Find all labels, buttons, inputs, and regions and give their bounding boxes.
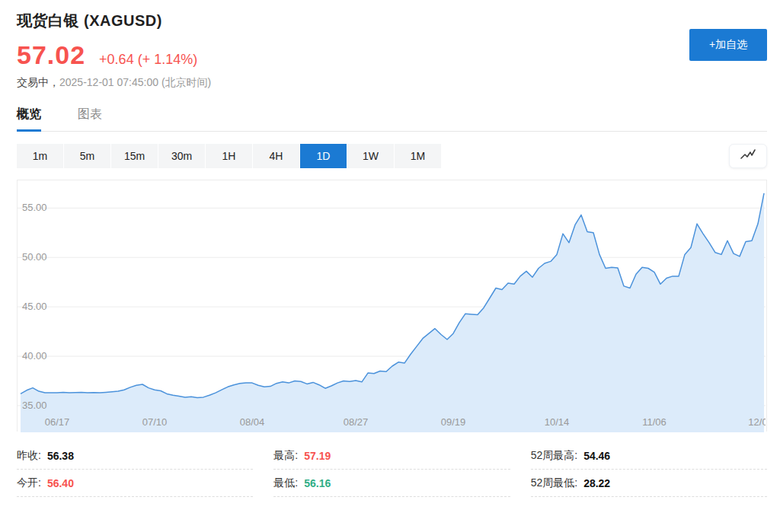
svg-text:06/17: 06/17 [45,416,70,428]
stats-column-3: 52周最高: 54.46 52周最低: 28.22 [531,442,767,497]
interval-15m[interactable]: 15m [111,144,158,168]
interval-1w[interactable]: 1W [347,144,394,168]
svg-text:09/19: 09/19 [441,416,466,428]
price-row: 57.02 +0.64 (+ 1.14%) [17,40,767,70]
stats-column-2: 最高: 57.19 最低: 56.16 [273,442,510,497]
interval-1d[interactable]: 1D [300,144,347,168]
trading-status: 交易中， [17,76,59,88]
price-change: +0.64 (+ 1.14%) [99,52,197,68]
quote-page: 现货白银 (XAGUSD) +加自选 57.02 +0.64 (+ 1.14%)… [0,0,780,497]
svg-text:10/14: 10/14 [545,416,570,428]
stat-label: 最高: [273,449,298,463]
svg-text:40.00: 40.00 [22,350,47,362]
stat-value: 28.22 [583,477,610,489]
svg-text:12/0: 12/0 [748,416,766,428]
tab-overview[interactable]: 概览 [17,107,41,131]
interval-30m[interactable]: 30m [158,144,205,168]
stat-value: 57.19 [304,450,331,462]
page-title: 现货白银 (XAGUSD) [17,11,767,31]
svg-text:07/10: 07/10 [142,416,168,428]
status-row: 交易中，2025-12-01 07:45:00 (北京时间) [17,76,767,90]
stat-value: 56.38 [47,450,74,462]
stats-section: 昨收: 56.38 今开: 56.40 最高: 57.19 最低: 56.16 … [17,442,767,497]
stat-label: 今开: [17,476,41,490]
stat-label: 52周最低: [531,476,577,490]
svg-text:45.00: 45.00 [22,301,47,312]
svg-text:35.00: 35.00 [22,400,47,411]
tab-bar: 概览 图表 [17,107,767,132]
stat-label: 最低: [273,476,298,490]
stats-column-1: 昨收: 56.38 今开: 56.40 [17,442,253,497]
interval-1m-month[interactable]: 1M [395,144,441,168]
stat-label: 昨收: [17,449,41,463]
interval-4h[interactable]: 4H [253,144,299,168]
interval-1h[interactable]: 1H [206,144,252,168]
current-price: 57.02 [17,40,85,70]
stat-label: 52周最高: [531,449,577,463]
add-watchlist-button[interactable]: +加自选 [689,29,767,61]
quote-timestamp: 2025-12-01 07:45:00 (北京时间) [59,76,211,88]
stat-open: 今开: 56.40 [17,470,253,497]
stat-value: 56.16 [304,477,331,489]
svg-text:08/04: 08/04 [240,416,265,428]
interval-toolbar: 1m 5m 15m 30m 1H 4H 1D 1W 1M [17,144,767,168]
svg-text:55.00: 55.00 [22,202,47,213]
stat-value: 56.40 [47,477,74,489]
price-chart-svg: 35.0040.0045.0050.0055.0006/1707/1008/04… [18,180,766,432]
line-chart-icon [739,148,757,164]
stat-52w-high: 52周最高: 54.46 [531,442,767,470]
price-chart[interactable]: 35.0040.0045.0050.0055.0006/1707/1008/04… [17,180,767,432]
stat-high: 最高: 57.19 [273,442,510,470]
svg-text:08/27: 08/27 [344,416,369,428]
interval-1m[interactable]: 1m [17,144,63,168]
svg-text:11/06: 11/06 [642,416,667,428]
stat-52w-low: 52周最低: 28.22 [531,470,767,497]
interval-5m[interactable]: 5m [64,144,110,168]
interval-button-group: 1m 5m 15m 30m 1H 4H 1D 1W 1M [17,144,441,168]
stat-prev-close: 昨收: 56.38 [17,442,253,470]
stat-value: 54.46 [583,450,610,462]
chart-type-button[interactable] [729,144,767,168]
tab-chart[interactable]: 图表 [78,107,102,131]
svg-text:50.00: 50.00 [22,251,47,263]
stat-low: 最低: 56.16 [273,470,510,497]
